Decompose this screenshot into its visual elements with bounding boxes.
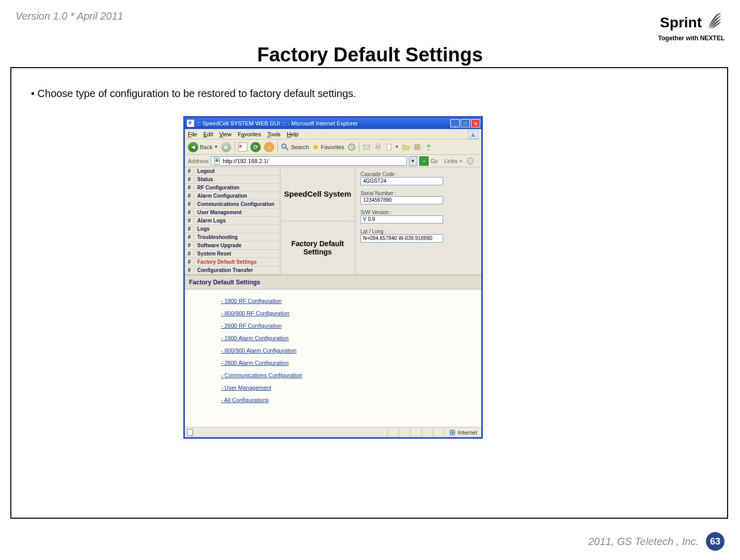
sw-label: S/W Version :	[360, 210, 476, 215]
svg-rect-5	[375, 146, 381, 149]
config-link[interactable]: - All Configurations	[221, 397, 476, 403]
status-cell	[421, 428, 433, 437]
menu-edit[interactable]: Edit	[203, 131, 213, 137]
snagit-label: ·	[477, 158, 478, 164]
status-bar: Internet	[185, 427, 481, 437]
status-cell	[399, 428, 410, 437]
ie-window: ::: SpeedCell SYSTEM WEB GUI ::: - Micro…	[183, 116, 483, 439]
forward-button[interactable]: ►	[221, 142, 231, 152]
config-link[interactable]: - User Management	[221, 385, 476, 391]
home-button[interactable]: ⌂	[264, 142, 274, 152]
ie-throbber-icon	[468, 130, 478, 139]
history-button[interactable]	[348, 143, 356, 151]
sidebar-item-alarm-logs[interactable]: #Alarm Logs	[185, 217, 280, 225]
go-label: Go	[431, 158, 438, 164]
slide-bullet: • Choose type of configuration to be res…	[31, 88, 356, 100]
sidebar-item-user-management[interactable]: #User Management	[185, 209, 280, 217]
sidebar-item-troubleshooting[interactable]: #Troubleshooting	[185, 233, 280, 242]
print-button[interactable]	[374, 143, 382, 151]
address-input[interactable]: http://192.168.2.1/	[211, 156, 406, 166]
latlong-field[interactable]: N+094.657840 W-038.918890	[360, 234, 443, 243]
sidebar-item-rf-configuration[interactable]: #RF Configuration	[185, 184, 280, 192]
sidebar-hash: #	[185, 259, 194, 265]
back-arrow-icon: ◄	[188, 142, 198, 152]
toolbar-separator	[359, 141, 359, 153]
serial-field[interactable]: 1234567890	[360, 196, 443, 204]
edit-button[interactable]: ▼	[385, 143, 399, 151]
sidebar-item-logout[interactable]: #Logout	[185, 167, 280, 175]
research-icon	[413, 143, 421, 151]
address-dropdown[interactable]: ▼	[409, 156, 417, 166]
links-chevron-icon[interactable]: »	[460, 158, 462, 164]
sidebar-item-label: Logs	[194, 226, 280, 232]
menu-file[interactable]: File	[188, 131, 197, 137]
sw-field[interactable]: V 0.9	[360, 215, 443, 223]
sidebar-item-label: System Reset	[194, 251, 280, 257]
svg-rect-7	[387, 144, 391, 150]
brand-name: Sprint	[660, 14, 702, 31]
search-button[interactable]: Search	[281, 143, 309, 151]
sidebar-hash: #	[185, 234, 194, 240]
config-link[interactable]: - Communications Configuration	[221, 372, 476, 378]
config-link[interactable]: - 2600 Alarm Configuration	[221, 360, 476, 366]
svg-point-14	[449, 429, 455, 436]
sidebar-hash: #	[185, 226, 194, 232]
minimize-button[interactable]: _	[450, 119, 460, 127]
globe-icon	[449, 429, 456, 436]
search-icon	[281, 143, 289, 151]
config-link[interactable]: - 1900 RF Configuration	[221, 298, 476, 304]
sidebar-item-label: Configuration Transfer	[194, 267, 280, 273]
sidebar-hash: #	[185, 193, 194, 199]
address-bar: Address http://192.168.2.1/ ▼ → Go Links…	[185, 155, 481, 167]
home-icon: ⌂	[264, 142, 274, 152]
sidebar-item-logs[interactable]: #Logs	[185, 225, 280, 233]
serial-label: Serial Number :	[360, 190, 476, 196]
menu-favorites[interactable]: Favorites	[238, 131, 261, 137]
address-value: http://192.168.2.1/	[223, 158, 269, 164]
favorites-button[interactable]: ★ Favorites	[312, 142, 344, 152]
go-button[interactable]: →	[419, 156, 429, 166]
sidebar-hash: #	[185, 251, 194, 257]
cascade-field[interactable]: 4GGST24	[360, 177, 443, 185]
messenger-button[interactable]	[424, 143, 433, 151]
svg-rect-8	[415, 145, 420, 150]
research-button[interactable]	[413, 143, 421, 151]
stop-button[interactable]: ×	[238, 142, 247, 152]
brand-logo-block: Sprint Together with NEXTEL	[658, 10, 725, 42]
sidebar-item-system-reset[interactable]: #System Reset	[185, 250, 280, 258]
menu-bar: File Edit View Favorites Tools Help	[185, 129, 481, 139]
menu-tools[interactable]: Tools	[267, 131, 281, 137]
address-label: Address	[188, 158, 209, 164]
close-button[interactable]: ✕	[471, 119, 480, 127]
sidebar-item-alarm-configuration[interactable]: #Alarm Configuration	[185, 192, 280, 200]
window-title: ::: SpeedCell SYSTEM WEB GUI ::: - Micro…	[196, 120, 358, 126]
config-link[interactable]: - 800/900 Alarm Configuration	[221, 347, 476, 354]
mail-button[interactable]	[363, 143, 371, 151]
page-number-badge: 63	[706, 532, 725, 551]
sidebar-item-configuration-transfer[interactable]: #Configuration Transfer	[185, 266, 280, 275]
menu-view[interactable]: View	[219, 131, 232, 137]
refresh-button[interactable]: ⟳	[250, 142, 261, 152]
config-link[interactable]: - 800/900 RF Configuration	[221, 310, 476, 316]
sidebar-item-software-upgrade[interactable]: #Software Upgrade	[185, 242, 280, 250]
svg-point-9	[427, 145, 430, 148]
sidebar-hash: #	[185, 267, 194, 273]
section-header: Factory Default Settings	[185, 275, 481, 290]
sidebar-item-label: Alarm Configuration	[194, 193, 280, 199]
sidebar-item-status[interactable]: #Status	[185, 175, 280, 184]
refresh-icon: ⟳	[250, 142, 261, 152]
sidebar-hash: #	[185, 243, 194, 248]
sidebar-item-factory-default-settings[interactable]: #Factory Default Settings	[185, 258, 280, 266]
search-label: Search	[291, 144, 309, 150]
page-subtitle: Factory Default Settings	[280, 221, 355, 275]
maximize-button[interactable]: □	[461, 119, 470, 127]
back-dropdown-icon: ▼	[214, 145, 218, 149]
back-button[interactable]: ◄ Back ▼	[188, 142, 218, 152]
zone-label: Internet	[458, 429, 477, 436]
menu-help[interactable]: Help	[287, 131, 298, 137]
config-link[interactable]: - 1900 Alarm Configuration	[221, 335, 476, 341]
config-link[interactable]: - 2600 RF Configuration	[221, 323, 476, 329]
window-titlebar: ::: SpeedCell SYSTEM WEB GUI ::: - Micro…	[185, 118, 481, 129]
folder-button[interactable]	[402, 143, 410, 151]
sidebar-item-communications-configuration[interactable]: #Communications Configuration	[185, 200, 280, 209]
